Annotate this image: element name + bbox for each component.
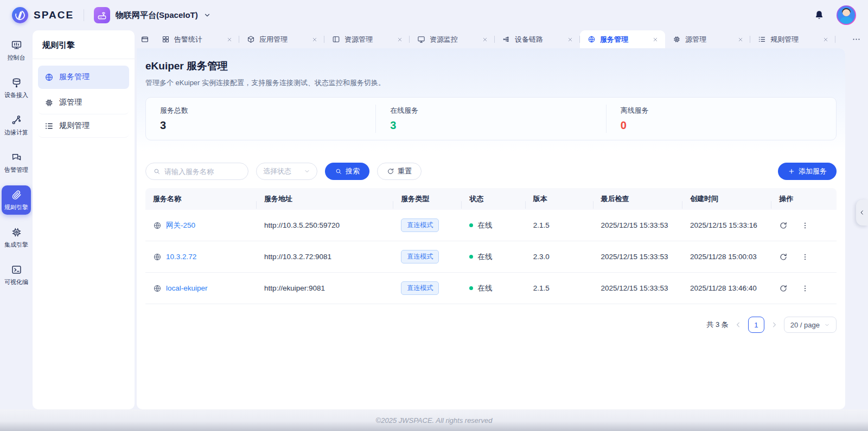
table-row: 10.3.2.72 http://10.3.2.72:9081 直连模式 在线 …: [145, 241, 837, 273]
refresh-button[interactable]: [779, 221, 788, 230]
close-icon[interactable]: [652, 36, 659, 43]
close-icon[interactable]: [482, 36, 488, 43]
plus-icon: [788, 168, 795, 175]
page-subtitle: 管理多个 eKuiper 实例连接配置，支持服务连接测试、状态监控和服务切换。: [145, 78, 837, 88]
stat-label: 离线服务: [621, 106, 822, 115]
sidebar-item-service-management[interactable]: 服务管理: [38, 66, 129, 89]
topbar: SPACE 物联网平台(SpaceIoT): [0, 0, 868, 30]
refresh-button[interactable]: [779, 284, 788, 293]
services-table: 服务名称服务地址服务类型状态版本最后检查创建时间操作 网关-250 http:/…: [145, 188, 837, 304]
tab-alarm-stats[interactable]: 告警统计: [154, 30, 239, 48]
sidebar-item-source-management[interactable]: 源管理: [38, 91, 129, 114]
toolbar: 选择状态 搜索 重置 添加服务: [145, 163, 837, 180]
close-icon[interactable]: [226, 36, 233, 43]
search-button[interactable]: 搜索: [325, 163, 369, 180]
service-address: http://10.3.5.250:59720: [257, 221, 393, 229]
status-text: 在线: [477, 221, 492, 230]
created-time: 2025/11/28 15:00:03: [682, 253, 771, 261]
grid-icon: [162, 35, 170, 43]
rail: 控制台 设备接入 边缘计算 告警管理 规则引擎 集成引擎 可视化编: [0, 30, 33, 409]
rail-item-device-access[interactable]: 设备接入: [2, 73, 31, 102]
close-icon[interactable]: [822, 36, 829, 43]
search-input[interactable]: [164, 168, 241, 176]
status-text: 在线: [477, 284, 492, 293]
service-name-link[interactable]: 网关-250: [166, 221, 195, 230]
sidebar-item-rule-management[interactable]: 规则管理: [38, 114, 129, 138]
status-dot: [469, 223, 473, 227]
more-actions-button[interactable]: [801, 284, 809, 293]
column-header: 最后检查: [593, 194, 682, 204]
rail-item-integration-engine[interactable]: 集成引擎: [2, 223, 31, 252]
stat-value: 3: [160, 119, 361, 132]
close-icon[interactable]: [567, 36, 573, 43]
bell-icon[interactable]: [814, 10, 825, 21]
close-icon[interactable]: [311, 36, 318, 43]
created-time: 2025/11/28 13:46:40: [682, 284, 771, 292]
more-actions-button[interactable]: [801, 221, 809, 230]
service-address: http://ekuiper:9081: [257, 284, 393, 292]
chip-icon: [11, 227, 22, 238]
service-type-badge: 直连模式: [401, 250, 439, 263]
service-name-link[interactable]: 10.3.2.72: [166, 253, 196, 261]
avatar[interactable]: [837, 5, 856, 25]
column-header: 创建时间: [682, 194, 771, 204]
footer: ©2025 JWSPACE. All rights reserved: [0, 409, 868, 431]
tab-list-button[interactable]: [136, 30, 154, 48]
tab-device-link[interactable]: 设备链路: [495, 30, 580, 48]
globe-icon: [588, 35, 596, 43]
copyright: ©2025 JWSPACE. All rights reserved: [376, 416, 493, 424]
stat-value: 3: [390, 119, 591, 132]
close-icon[interactable]: [737, 36, 744, 43]
status-dot: [469, 286, 473, 290]
add-service-button[interactable]: 添加服务: [778, 163, 837, 180]
stat-value: 0: [621, 119, 822, 132]
chevron-down-icon: [203, 11, 211, 19]
sidebar-title: 规则引擎: [33, 30, 135, 59]
rail-item-rule-engine[interactable]: 规则引擎: [2, 185, 31, 215]
window-icon: [141, 35, 149, 44]
linknodes-icon: [502, 35, 510, 43]
device-icon: [11, 77, 22, 88]
rail-item-alarm-management[interactable]: 告警管理: [2, 148, 31, 177]
status-select[interactable]: 选择状态: [256, 163, 317, 180]
more-actions-button[interactable]: [801, 253, 809, 261]
tab-resource-monitor[interactable]: 资源监控: [410, 30, 495, 48]
refresh-button[interactable]: [779, 253, 788, 261]
column-header: 操作: [771, 194, 837, 204]
page-header: eKuiper 服务管理 管理多个 eKuiper 实例连接配置，支持服务连接测…: [137, 48, 845, 151]
brand-logo-icon: [12, 7, 28, 23]
brand: SPACE: [12, 7, 74, 23]
page-size-select[interactable]: 20 / page: [784, 317, 837, 333]
column-header: 服务类型: [393, 194, 462, 204]
next-page-button[interactable]: [770, 321, 778, 329]
service-version: 2.3.0: [526, 253, 593, 261]
collapse-panel-button[interactable]: [856, 200, 868, 226]
created-time: 2025/12/15 15:33:16: [682, 221, 771, 229]
tab-app-management[interactable]: 应用管理: [239, 30, 324, 48]
tab-resource-management[interactable]: 资源管理: [324, 30, 410, 48]
workspace-switcher[interactable]: 物联网平台(SpaceIoT): [94, 7, 211, 23]
search-icon: [335, 168, 342, 175]
reset-button[interactable]: 重置: [377, 163, 422, 180]
search-icon: [153, 168, 161, 175]
column-header: 版本: [526, 194, 593, 204]
last-check-time: 2025/12/15 15:33:53: [593, 253, 682, 261]
rail-item-edge-computing[interactable]: 边缘计算: [2, 111, 31, 140]
prev-page-button[interactable]: [735, 321, 742, 329]
tab-service-management[interactable]: 服务管理: [580, 30, 665, 48]
globe-icon: [44, 73, 54, 82]
stat-label: 在线服务: [390, 106, 591, 115]
tab-rule-management[interactable]: 规则管理: [750, 30, 835, 48]
current-page-button[interactable]: 1: [748, 317, 764, 333]
rail-item-visual-editor[interactable]: 可视化编: [2, 260, 31, 290]
edge-icon: [11, 114, 22, 126]
chip-icon: [673, 35, 681, 43]
close-icon[interactable]: [397, 36, 403, 43]
rail-item-console[interactable]: 控制台: [2, 36, 31, 65]
service-name-search[interactable]: [145, 163, 248, 180]
tab-more-button[interactable]: [844, 30, 868, 48]
service-name-link[interactable]: local-ekuiper: [166, 284, 208, 292]
service-type-badge: 直连模式: [401, 281, 439, 295]
chevron-down-icon: [304, 168, 310, 175]
tab-source-management[interactable]: 源管理: [665, 30, 750, 48]
